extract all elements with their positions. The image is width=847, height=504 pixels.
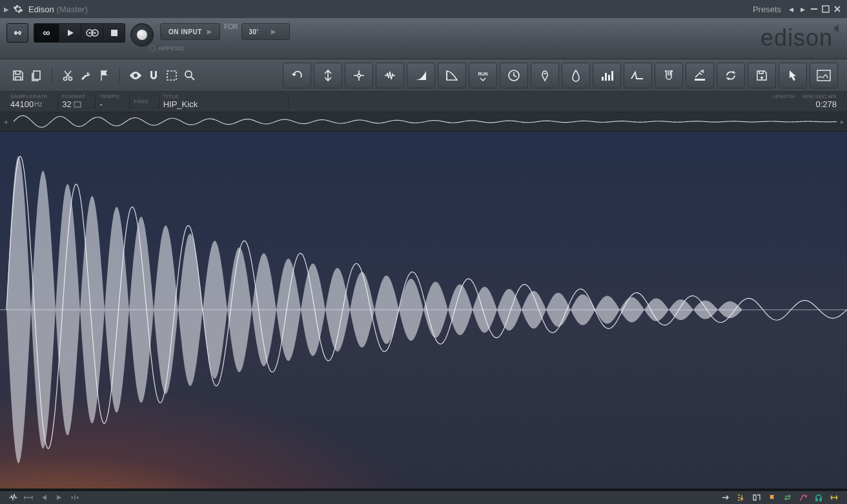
skip-end-icon[interactable] bbox=[53, 492, 66, 503]
svg-point-9 bbox=[69, 77, 72, 80]
svg-rect-21 bbox=[10, 112, 837, 131]
svg-point-2 bbox=[87, 30, 93, 36]
export-button[interactable] bbox=[748, 63, 776, 88]
record-mode-dropdown[interactable]: ON INPUT▶ bbox=[160, 23, 220, 40]
record-button[interactable] bbox=[130, 23, 154, 46]
edison-logo: edison bbox=[760, 25, 833, 52]
expand-caret-icon[interactable]: ▶ bbox=[4, 6, 9, 13]
tempo-field[interactable]: TEMPO - bbox=[96, 92, 130, 112]
clipboard-icon bbox=[74, 101, 81, 108]
marker-pin-icon[interactable] bbox=[766, 492, 779, 503]
selection-marquee-icon[interactable] bbox=[163, 66, 181, 85]
swap-icon[interactable] bbox=[781, 492, 794, 503]
normalize-button[interactable] bbox=[314, 63, 342, 88]
svg-rect-10 bbox=[167, 71, 176, 80]
overview-scroll-right[interactable]: ▸ bbox=[837, 118, 847, 125]
undo-button[interactable] bbox=[283, 63, 311, 88]
svg-rect-18 bbox=[695, 79, 705, 81]
stop-button[interactable] bbox=[103, 23, 125, 43]
pitch-button[interactable] bbox=[531, 63, 559, 88]
eq-button[interactable] bbox=[593, 63, 621, 88]
maximize-icon[interactable] bbox=[820, 3, 832, 15]
plugin-title: Edison (Master) bbox=[28, 5, 88, 14]
play-button[interactable] bbox=[59, 23, 81, 43]
preset-next-icon[interactable]: ▸ bbox=[797, 3, 808, 15]
claw-button[interactable] bbox=[655, 63, 683, 88]
resize-horizontal-icon[interactable] bbox=[828, 492, 841, 503]
select-mode-icon[interactable] bbox=[750, 492, 763, 503]
length-field[interactable]: LENGTH MIN:SEC:MS 0:278 bbox=[762, 92, 841, 112]
copy-icon[interactable] bbox=[27, 66, 45, 85]
zoom-out-full-icon[interactable] bbox=[22, 492, 35, 503]
marker-flag-icon[interactable] bbox=[95, 66, 113, 85]
arrow-right-icon[interactable] bbox=[719, 492, 732, 503]
samplerate-field[interactable]: SAMPLERATE 44100Hz bbox=[6, 92, 58, 112]
overview-waveform[interactable] bbox=[10, 112, 837, 131]
spectrum-view-button[interactable] bbox=[810, 63, 838, 88]
svg-point-5 bbox=[94, 32, 96, 34]
preset-prev-icon[interactable]: ◂ bbox=[785, 3, 797, 15]
title-field[interactable]: TITLE HIP_Kick bbox=[159, 92, 289, 112]
record-dot-icon bbox=[137, 30, 147, 40]
svg-rect-7 bbox=[34, 71, 40, 79]
settings-gear-icon[interactable] bbox=[13, 4, 23, 14]
selection-tool-icon[interactable] bbox=[6, 492, 19, 503]
loop-button[interactable]: ∞ bbox=[34, 23, 59, 43]
format-field[interactable]: FORMAT 32 bbox=[58, 92, 96, 112]
fade-out-button[interactable] bbox=[438, 63, 466, 88]
close-icon[interactable] bbox=[832, 3, 843, 15]
free-field: FREE bbox=[130, 92, 159, 112]
drag-cursor-button[interactable] bbox=[779, 63, 807, 88]
max-record-time-dropdown[interactable]: 30'▶ bbox=[241, 23, 290, 40]
svg-point-13 bbox=[509, 70, 519, 81]
cut-icon[interactable] bbox=[59, 66, 77, 85]
svg-rect-0 bbox=[811, 8, 817, 10]
reload-button[interactable] bbox=[717, 63, 745, 88]
time-stretch-button[interactable] bbox=[500, 63, 528, 88]
svg-point-3 bbox=[92, 30, 98, 36]
presets-label[interactable]: Presets bbox=[753, 5, 781, 14]
waveform-display[interactable] bbox=[0, 132, 847, 489]
svg-point-11 bbox=[185, 71, 192, 77]
wrench-icon[interactable] bbox=[77, 66, 95, 85]
snap-magnet-icon[interactable] bbox=[145, 66, 163, 85]
zoom-magnifier-icon[interactable] bbox=[181, 66, 199, 85]
envelope-s-icon[interactable] bbox=[797, 492, 810, 503]
declick-button[interactable] bbox=[345, 63, 373, 88]
run-script-button[interactable]: RUN bbox=[469, 63, 497, 88]
insert-list-icon[interactable] bbox=[735, 492, 748, 503]
svg-point-4 bbox=[88, 32, 90, 34]
append-toggle[interactable]: APPEND bbox=[149, 45, 184, 52]
blur-button[interactable] bbox=[562, 63, 590, 88]
fade-in-button[interactable] bbox=[407, 63, 435, 88]
svg-rect-1 bbox=[822, 6, 829, 12]
svg-rect-20 bbox=[74, 102, 81, 107]
svg-point-8 bbox=[64, 77, 67, 80]
link-selection-button[interactable] bbox=[6, 23, 28, 43]
overview-scroll-left[interactable]: ◂ bbox=[0, 118, 10, 125]
send-to-playlist-button[interactable] bbox=[686, 63, 714, 88]
svg-rect-17 bbox=[611, 71, 613, 81]
speaker-icon[interactable] bbox=[833, 23, 843, 35]
svg-rect-6 bbox=[111, 30, 117, 36]
for-label: FOR bbox=[224, 23, 238, 30]
center-playhead-icon[interactable] bbox=[68, 492, 81, 503]
save-icon[interactable] bbox=[9, 66, 27, 85]
convolution-button[interactable] bbox=[624, 63, 652, 88]
view-eye-icon[interactable] bbox=[127, 66, 145, 85]
minimize-icon[interactable] bbox=[808, 3, 820, 15]
denoise-button[interactable] bbox=[376, 63, 404, 88]
svg-rect-14 bbox=[602, 77, 604, 81]
skip-start-icon[interactable] bbox=[37, 492, 50, 503]
svg-rect-19 bbox=[817, 70, 830, 81]
svg-rect-16 bbox=[608, 75, 610, 81]
reels-button[interactable] bbox=[81, 23, 103, 43]
headphones-icon[interactable] bbox=[812, 492, 825, 503]
svg-rect-15 bbox=[605, 73, 607, 81]
svg-text:RUN: RUN bbox=[478, 72, 487, 76]
